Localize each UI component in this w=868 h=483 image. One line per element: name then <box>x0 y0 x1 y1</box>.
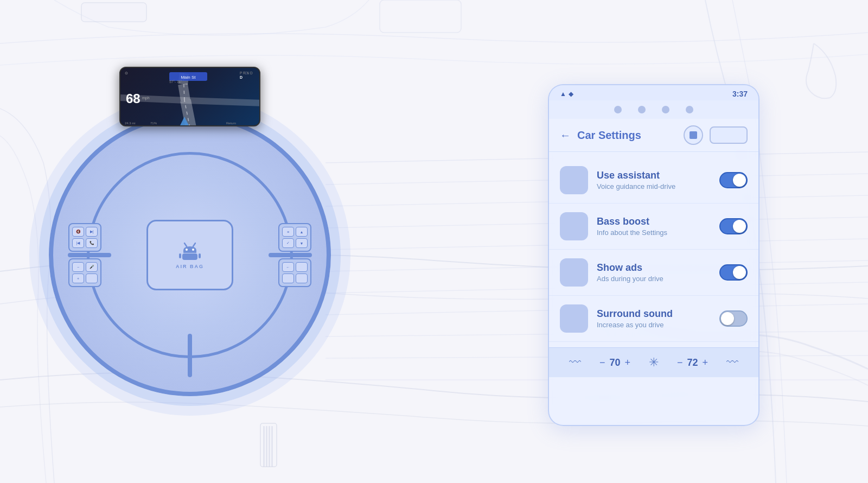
r2-btn[interactable] <box>282 274 294 283</box>
svg-point-41 <box>192 249 194 251</box>
bass-boost-desc: Info about the Settings <box>597 228 711 237</box>
show-ads-toggle[interactable] <box>719 264 748 281</box>
svg-text:57°- 71°: 57°- 71° <box>169 80 182 84</box>
mic-btn[interactable]: 🎤 <box>86 262 98 272</box>
right-temp-decrease-btn[interactable]: − <box>677 357 683 368</box>
back-sw-btn[interactable]: ← <box>282 262 294 272</box>
svg-text:⊙: ⊙ <box>125 71 128 75</box>
nav-dot-4 <box>686 106 693 113</box>
surround-sound-icon <box>560 304 588 333</box>
surround-sound-title: Surround sound <box>597 308 711 320</box>
settings-header: ← Car Settings <box>549 119 758 152</box>
steering-wheel-inner: AIR BAG <box>87 152 293 358</box>
show-ads-text: Show ads Ads during your drive <box>597 262 711 283</box>
svg-text:Main St: Main St <box>181 75 196 80</box>
signal-icon: ▲ <box>560 90 566 98</box>
use-assistant-text: Use assistant Voice guidance mid-drive <box>597 170 711 190</box>
steering-wheel-container: Main St ⊙ □ 57°- 71° 68 mph 24.3 mi 71% … <box>33 43 347 467</box>
up-btn[interactable]: ▲ <box>296 227 308 237</box>
r1-btn[interactable] <box>296 262 308 272</box>
nav-dot-2 <box>638 106 646 113</box>
phone-btn[interactable]: 📞 <box>86 238 98 248</box>
svg-line-39 <box>193 243 195 246</box>
surround-sound-toggle[interactable] <box>719 310 748 327</box>
right-climate-control: − 72 + <box>677 357 708 368</box>
left-temp-decrease-btn[interactable]: − <box>599 357 605 368</box>
svg-rect-43 <box>179 253 181 258</box>
vol-down-btn[interactable]: |◀ <box>72 238 84 248</box>
phone-status-bar: ▲ ◆ 3:37 <box>549 85 758 100</box>
back-button[interactable]: ← <box>560 129 571 142</box>
bass-boost-text: Bass boost Info about the Settings <box>597 216 711 237</box>
left-temp-increase-btn[interactable]: + <box>625 357 631 368</box>
nav-dot-1 <box>614 106 622 113</box>
left-temp-value: 70 <box>609 357 620 368</box>
stop-icon <box>690 131 697 139</box>
map-svg: Main St ⊙ □ 57°- 71° 68 mph 24.3 mi 71% … <box>120 68 260 126</box>
use-assistant-title: Use assistant <box>597 170 711 181</box>
svg-rect-44 <box>199 253 201 258</box>
surround-sound-text: Surround sound Increase as you drive <box>597 308 711 329</box>
left-spoke-buttons: 🔇 ▶| |◀ 📞 − 🎤 + <box>68 223 101 287</box>
left-climate-control: − 70 + <box>599 357 630 368</box>
svg-line-22 <box>186 100 260 103</box>
svg-text:71%: 71% <box>150 122 157 125</box>
use-assistant-desc: Voice guidance mid-drive <box>597 182 711 190</box>
left-heat-icon: 〰 <box>569 355 581 370</box>
steering-wheel-outer: Main St ⊙ □ 57°- 71° 68 mph 24.3 mi 71% … <box>49 114 331 396</box>
mute-btn[interactable]: 🔇 <box>72 227 84 237</box>
plus-btn[interactable]: + <box>72 274 84 283</box>
svg-rect-42 <box>182 253 197 260</box>
fan-icon: ✳ <box>649 355 659 370</box>
blank-btn <box>86 274 98 283</box>
climate-bar: 〰 − 70 + ✳ − 72 + 〰 <box>549 347 758 377</box>
phone-panel: ▲ ◆ 3:37 ← Car Settings Use assistant Vo… <box>548 84 760 426</box>
r3-btn[interactable] <box>296 274 308 283</box>
setting-bass-boost: Bass boost Info about the Settings <box>549 204 758 250</box>
show-ads-title: Show ads <box>597 262 711 274</box>
show-ads-desc: Ads during your drive <box>597 275 711 283</box>
dash-display: Main St ⊙ □ 57°- 71° 68 mph 24.3 mi 71% … <box>119 67 260 126</box>
steering-center-hub: AIR BAG <box>146 220 233 290</box>
right-temp-increase-btn[interactable]: + <box>703 357 709 368</box>
stop-button[interactable] <box>684 125 703 145</box>
svg-text:Return: Return <box>226 122 236 125</box>
spoke-bottom <box>188 334 192 377</box>
svg-text:P R N D: P R N D <box>240 71 253 75</box>
minus-btn[interactable]: − <box>72 262 84 272</box>
right-spoke-buttons: ≡ ▲ ✓ ▼ ← <box>278 223 311 287</box>
phone-nav-dots <box>549 100 758 119</box>
svg-text:68: 68 <box>126 91 141 106</box>
status-left: ▲ ◆ <box>560 90 573 98</box>
check-btn[interactable]: ✓ <box>282 238 294 248</box>
svg-text:D: D <box>240 75 242 79</box>
show-ads-icon <box>560 258 588 287</box>
left-btn-group-bottom: − 🎤 + <box>68 258 101 287</box>
status-time: 3:37 <box>732 90 748 98</box>
svg-text:24.3 mi: 24.3 mi <box>125 122 136 125</box>
svg-rect-16 <box>380 0 461 33</box>
right-btn-group-top: ≡ ▲ ✓ ▼ <box>278 223 311 252</box>
setting-show-ads: Show ads Ads during your drive <box>549 250 758 296</box>
back-arrow-icon: ← <box>560 129 571 142</box>
use-assistant-toggle[interactable] <box>719 172 748 188</box>
use-assistant-icon <box>560 166 588 194</box>
airbag-label: AIR BAG <box>176 264 204 269</box>
bass-boost-toggle[interactable] <box>719 218 748 234</box>
right-temp-value: 72 <box>687 357 698 368</box>
wifi-icon: ◆ <box>569 90 573 98</box>
bass-boost-title: Bass boost <box>597 216 711 227</box>
vol-up-btn[interactable]: ▶| <box>86 227 98 237</box>
right-btn-group-bottom: ← <box>278 258 311 287</box>
android-robot-icon <box>179 241 201 262</box>
svg-text:mph: mph <box>142 96 150 100</box>
down-btn[interactable]: ▼ <box>296 238 308 248</box>
svg-point-40 <box>186 249 188 251</box>
menu-button[interactable] <box>710 126 748 144</box>
menu-btn[interactable]: ≡ <box>282 227 294 237</box>
setting-use-assistant: Use assistant Voice guidance mid-drive <box>549 157 758 204</box>
left-btn-group-top: 🔇 ▶| |◀ 📞 <box>68 223 101 252</box>
surround-sound-desc: Increase as you drive <box>597 321 711 329</box>
bass-boost-icon <box>560 212 588 240</box>
settings-list: Use assistant Voice guidance mid-drive B… <box>549 152 758 347</box>
